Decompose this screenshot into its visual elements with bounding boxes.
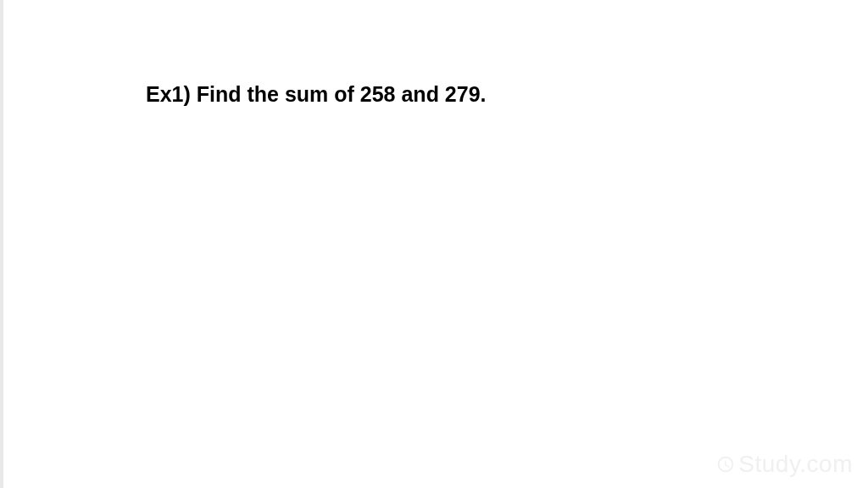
left-edge-divider [0,0,3,488]
clock-icon [716,455,735,474]
problem-statement: Ex1) Find the sum of 258 and 279. [146,80,817,108]
content-area: Ex1) Find the sum of 258 and 279. [146,80,817,108]
watermark: Study.com [716,451,853,478]
watermark-text: Study.com [738,451,853,478]
